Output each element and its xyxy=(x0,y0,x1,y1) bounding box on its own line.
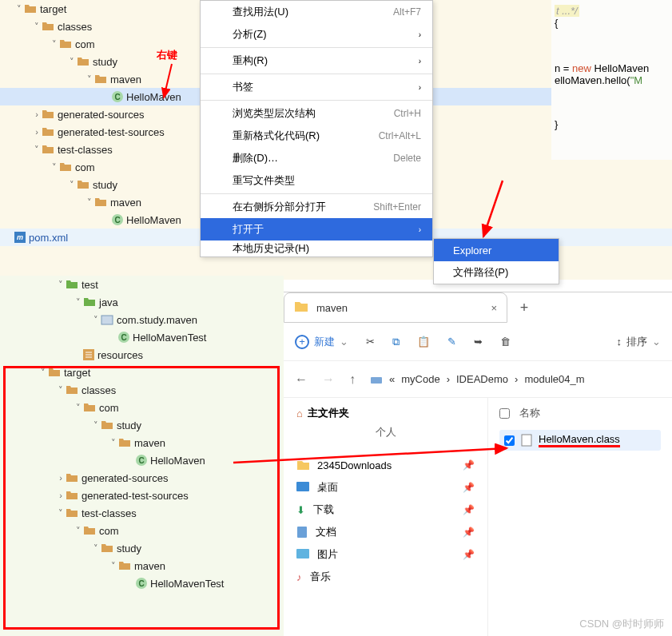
copy-icon[interactable]: ⧉ xyxy=(392,336,400,348)
class-icon: C xyxy=(136,455,147,466)
folder-icon xyxy=(66,507,78,519)
code-editor[interactable]: t ...*/ { n = new HelloMaven elloMaven.h… xyxy=(551,0,672,160)
svg-rect-4 xyxy=(371,377,382,384)
ctx-override-filetype[interactable]: 重写文件类型 xyxy=(201,169,432,192)
folder-icon xyxy=(101,543,113,554)
folder-icon xyxy=(118,560,131,571)
svg-rect-2 xyxy=(101,316,113,324)
folder-icon xyxy=(48,367,61,378)
home-icon: ⌂ xyxy=(296,407,303,419)
folder-icon xyxy=(294,300,308,316)
up-button[interactable]: ↑ xyxy=(349,372,356,387)
cut-icon[interactable]: ✂ xyxy=(366,336,375,348)
submenu-explorer[interactable]: Explorer xyxy=(434,239,559,261)
sidebar-item[interactable]: ♪音乐 xyxy=(296,566,475,588)
class-icon: C xyxy=(112,214,123,225)
file-explorer[interactable]: maven × + +新建⌄ ✂ ⧉ 📋 ✎ ➥ 🗑 ↕排序⌄ ← → ↑ «m… xyxy=(284,292,672,636)
share-icon[interactable]: ➥ xyxy=(474,336,483,348)
ctx-local-history[interactable]: 本地历史记录(H) xyxy=(201,240,432,256)
folder-icon xyxy=(59,161,72,173)
new-button[interactable]: +新建⌄ xyxy=(295,335,348,349)
folder-icon xyxy=(42,109,54,120)
folder-icon xyxy=(94,197,107,208)
folder-icon xyxy=(77,56,89,67)
annotation-rightclick: 右键 xyxy=(157,48,177,62)
folder-icon xyxy=(66,472,78,483)
folder-icon xyxy=(83,525,96,536)
folder-icon xyxy=(94,74,107,85)
folder-icon xyxy=(101,419,113,431)
folder-icon xyxy=(66,279,78,290)
file-item[interactable]: HelloMaven.class xyxy=(499,430,661,451)
explorer-toolbar: +新建⌄ ✂ ⧉ 📋 ✎ ➥ 🗑 ↕排序⌄ xyxy=(284,323,672,361)
paste-icon[interactable]: 📋 xyxy=(417,336,430,348)
sidebar-item[interactable]: 2345Downloads📌 xyxy=(296,454,475,476)
class-icon: C xyxy=(136,578,147,589)
folder-icon xyxy=(24,3,37,14)
explorer-tab[interactable]: maven × xyxy=(284,292,507,323)
context-menu[interactable]: 查找用法(U)Alt+F7 分析(Z)› 重构(R)› 书签› 浏览类型层次结构… xyxy=(200,0,433,257)
ctx-delete[interactable]: 删除(D)…Delete xyxy=(201,147,432,169)
class-icon: C xyxy=(118,332,129,343)
delete-icon[interactable]: 🗑 xyxy=(500,336,511,348)
sidebar-item[interactable]: ⬇下载📌 xyxy=(296,499,475,521)
folder-icon xyxy=(66,490,78,501)
close-icon[interactable]: × xyxy=(491,302,497,314)
back-button[interactable]: ← xyxy=(295,372,308,387)
svg-rect-7 xyxy=(296,549,309,558)
ctx-bookmark[interactable]: 书签› xyxy=(201,76,432,98)
file-checkbox[interactable] xyxy=(504,435,515,446)
rename-icon[interactable]: ✎ xyxy=(447,336,456,348)
ctx-open-in[interactable]: 打开于› xyxy=(201,218,432,240)
folder-icon xyxy=(42,126,54,137)
ctx-find-usage[interactable]: 查找用法(U)Alt+F7 xyxy=(201,1,432,23)
svg-rect-5 xyxy=(296,482,309,491)
tree-item-hellomaven-btm[interactable]: CHelloMaven xyxy=(0,451,284,469)
ctx-refactor[interactable]: 重构(R)› xyxy=(201,50,432,72)
ctx-split-right[interactable]: 在右侧拆分部分打开Shift+Enter xyxy=(201,196,432,218)
ctx-hierarchy[interactable]: 浏览类型层次结构Ctrl+H xyxy=(201,102,432,125)
explorer-sidebar[interactable]: ⌂主文件夹 个人 2345Downloads📌 桌面📌 ⬇下载📌 文档📌 图片📌… xyxy=(284,398,488,636)
project-tree-bottom[interactable]: ˅test ˅java ˅com.study.maven CHelloMaven… xyxy=(0,276,284,592)
folder-icon xyxy=(83,402,96,413)
sidebar-item[interactable]: 图片📌 xyxy=(296,543,475,566)
svg-rect-6 xyxy=(297,527,307,538)
breadcrumb[interactable]: «myCode›IDEADemo›module04_m xyxy=(370,373,585,385)
explorer-filelist[interactable]: 名称 HelloMaven.class xyxy=(488,398,672,636)
column-header-name[interactable]: 名称 xyxy=(519,406,540,420)
maven-icon: m xyxy=(14,232,26,243)
watermark: CSDN @时时师师 xyxy=(579,617,664,631)
folder-icon xyxy=(77,179,89,190)
folder-icon xyxy=(42,21,54,32)
drive-icon xyxy=(370,374,383,385)
explorer-nav: ← → ↑ «myCode›IDEADemo›module04_m xyxy=(284,361,672,398)
svg-rect-8 xyxy=(522,435,531,446)
new-tab-button[interactable]: + xyxy=(514,297,535,318)
folder-icon xyxy=(118,437,131,448)
sidebar-item[interactable]: 桌面📌 xyxy=(296,476,475,499)
forward-button[interactable]: → xyxy=(322,372,335,387)
folder-icon xyxy=(59,38,72,50)
resources-icon xyxy=(83,349,94,360)
select-all-checkbox[interactable] xyxy=(499,408,510,419)
class-icon: C xyxy=(112,91,123,102)
ctx-reformat[interactable]: 重新格式化代码(R)Ctrl+Alt+L xyxy=(201,125,432,147)
folder-icon xyxy=(66,384,78,396)
package-icon xyxy=(101,314,113,325)
file-icon xyxy=(521,434,532,447)
folder-icon xyxy=(83,296,96,308)
ctx-analyze[interactable]: 分析(Z)› xyxy=(201,23,432,46)
sort-button[interactable]: ↕排序⌄ xyxy=(617,335,662,349)
folder-icon xyxy=(42,144,54,155)
sidebar-item[interactable]: 文档📌 xyxy=(296,521,475,543)
